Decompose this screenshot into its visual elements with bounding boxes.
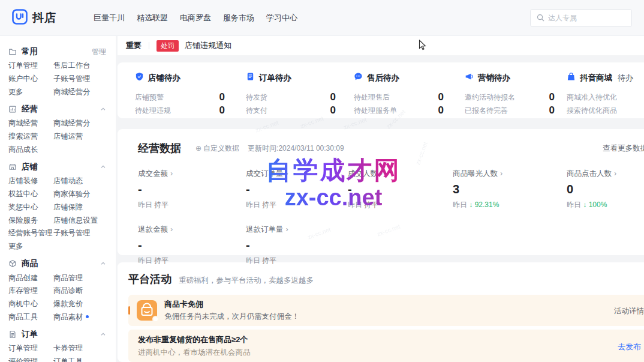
metric-label[interactable]: 商品曝光人数› <box>453 169 567 179</box>
chat-icon <box>354 72 363 83</box>
metric-label[interactable]: 退款金额› <box>138 225 246 235</box>
todo-label[interactable]: 搜索待优化商品 <box>567 106 617 116</box>
chevron-up-icon[interactable] <box>100 331 106 337</box>
metric-label[interactable]: 商品点击人数› <box>567 169 644 179</box>
sidebar-item[interactable]: 商家体验分 <box>53 189 116 199</box>
view-more-data-link[interactable]: 查看更多数据 <box>603 143 644 154</box>
sidebar-item[interactable]: 奖惩中心 <box>8 202 53 213</box>
chevron-up-icon[interactable] <box>100 261 106 267</box>
sidebar-section-title: 店铺 <box>22 161 38 172</box>
metric-label-text: 商品曝光人数 <box>453 169 498 178</box>
todo-label[interactable]: 待处理违规 <box>135 106 171 116</box>
metric-click: 商品点击人数›0昨日 ↓ 100% <box>567 169 644 210</box>
todo-label[interactable]: 商城准入待优化 <box>567 92 617 103</box>
sidebar-item[interactable]: 卡券管理 <box>53 343 116 354</box>
sidebar-item[interactable]: 子账号管理 <box>53 228 116 238</box>
sidebar-item[interactable]: 售后工作台 <box>53 61 116 71</box>
sidebar-item[interactable]: 商城经营分 <box>53 87 116 97</box>
sidebar-section-header-shop[interactable]: 店铺 <box>8 160 116 173</box>
nav-item-fuwu-shichang[interactable]: 服务市场 <box>222 10 255 26</box>
sidebar-item[interactable]: 商城经营分 <box>53 118 116 128</box>
sidebar-item[interactable]: 商品成长 <box>8 145 53 155</box>
sidebar-row: 商品工具商品素材 <box>8 310 116 324</box>
yesterday-label: 昨日 <box>138 256 154 265</box>
logo[interactable]: 抖店 <box>12 9 56 27</box>
sidebar-row: 订单管理卡券管理 <box>8 342 116 355</box>
chevron-up-icon[interactable] <box>100 164 106 170</box>
sidebar-item[interactable]: 商品工具 <box>8 312 53 322</box>
sidebar-item[interactable]: 商品管理 <box>53 273 116 283</box>
sidebar-item[interactable]: 店铺运营 <box>53 131 116 142</box>
go-publish-link[interactable]: 去发布 <box>618 342 641 352</box>
todo-card-mall-todo: 抖音商城待办商城准入待优化搜索待优化商品 <box>567 72 644 118</box>
todo-card-title: 订单待办 <box>259 73 291 83</box>
sidebar-row: 商机中心爆款竞价 <box>8 298 116 311</box>
sidebar-item[interactable]: 店铺信息设置 <box>53 216 116 226</box>
sidebar-item[interactable]: 订单管理 <box>8 343 53 354</box>
todo-label[interactable]: 已报名待完善 <box>465 106 508 116</box>
sidebar-item[interactable]: 评价管理 <box>8 357 53 362</box>
sidebar-item[interactable]: 订单工具 <box>53 357 116 362</box>
todo-value[interactable]: 0 <box>219 104 225 116</box>
metric-refund-count: 退款订单量›-昨日 持平 <box>246 225 348 266</box>
sidebar-section-header-order[interactable]: 订单 <box>8 328 116 341</box>
todo-label[interactable]: 待处理服务单 <box>354 106 397 116</box>
sidebar-item[interactable]: 商城经营 <box>8 118 53 128</box>
sidebar-item[interactable]: 店铺装修 <box>8 176 53 186</box>
sidebar-item[interactable]: 更多 <box>8 87 53 97</box>
sidebar-item[interactable]: 商品素材 <box>53 312 116 322</box>
sidebar-item[interactable]: 爆款竞价 <box>53 299 116 309</box>
business-data-header: 经营数据 ⊕自定义数据 更新时间:2024/03/11 00:30:09 <box>138 141 644 155</box>
todo-value[interactable]: 0 <box>438 104 444 116</box>
sidebar-item[interactable]: 保险服务 <box>8 216 53 226</box>
todo-card-header: 店铺待办 <box>135 72 246 83</box>
todo-label[interactable]: 待发货 <box>246 92 267 103</box>
sidebar-item[interactable]: 商品创建 <box>8 273 53 283</box>
metric-label[interactable]: 成交订单量› <box>246 169 348 179</box>
sidebar-section-header-product[interactable]: 商品 <box>8 257 116 270</box>
nav-item-jingxuan-lianmeng[interactable]: 精选联盟 <box>136 10 169 26</box>
nav-item-xuexi-zhongxin[interactable]: 学习中心 <box>265 10 299 26</box>
metric-label[interactable]: 成交人数› <box>348 169 453 179</box>
activity-card-free-commission[interactable]: 商品卡免佣 免佣任务尚未完成，次月仍需支付佣金！ 活动详情 › <box>128 295 644 326</box>
sidebar-item[interactable]: 子账号管理 <box>53 74 116 84</box>
todo-label[interactable]: 待支付 <box>246 106 267 116</box>
notice-link[interactable]: 店铺违规通知 <box>185 40 231 51</box>
customize-data-button[interactable]: ⊕自定义数据 <box>195 143 239 154</box>
chevron-up-icon[interactable] <box>100 106 106 112</box>
todo-value[interactable]: 0 <box>330 104 336 116</box>
sidebar-item[interactable]: 更多 <box>8 241 53 252</box>
todo-value[interactable]: 0 <box>219 91 225 103</box>
sidebar-item[interactable]: 账户中心 <box>8 74 53 84</box>
todo-value[interactable]: 0 <box>549 91 555 103</box>
sidebar-section-header-operation[interactable]: 经营 <box>8 103 116 116</box>
todo-value[interactable]: 0 <box>549 104 555 116</box>
todo-value[interactable]: 0 <box>438 91 444 103</box>
sidebar-item[interactable]: 店铺保障 <box>53 202 116 213</box>
sidebar-manage-link[interactable]: 管理 <box>92 47 106 57</box>
search-input[interactable] <box>548 14 641 22</box>
sidebar-item[interactable]: 商机中心 <box>8 299 53 309</box>
card-desc: 免佣任务尚未完成，次月仍需支付佣金！ <box>164 312 299 322</box>
todo-label[interactable]: 店铺预警 <box>135 92 164 103</box>
sidebar-item[interactable]: 权益中心 <box>8 189 53 199</box>
metric-label[interactable]: 退款订单量› <box>246 225 348 235</box>
nav-item-dianshang-luopan[interactable]: 电商罗盘 <box>179 10 212 26</box>
metric-yesterday: 昨日 ↓ 92.31% <box>453 200 567 210</box>
sidebar-item[interactable]: 经营账号管理 <box>8 228 53 238</box>
todo-label[interactable]: 待处理售后 <box>354 92 390 103</box>
metric-label[interactable]: 成交金额› <box>138 169 246 179</box>
todo-value[interactable]: 0 <box>330 91 336 103</box>
nav-item-juliang-qianchuan[interactable]: 巨量千川 <box>92 10 126 26</box>
activity-detail-link[interactable]: 活动详情 › <box>614 306 644 316</box>
sidebar-section-header-common[interactable]: 常用管理 <box>8 45 116 58</box>
sidebar-item[interactable]: 库存管理 <box>8 286 53 296</box>
todo-label[interactable]: 邀约活动待报名 <box>465 92 515 103</box>
sidebar-item[interactable]: 商品诊断 <box>53 286 116 296</box>
metric-yesterday: 昨日 持平 <box>246 200 348 210</box>
sidebar-item[interactable]: 订单管理 <box>8 61 53 71</box>
search-box[interactable] <box>530 9 632 27</box>
sidebar-item[interactable]: 店铺动态 <box>53 176 116 186</box>
activity-card-publish-task[interactable]: 发布非重复铺货的在售商品≥2个 进商机中心，看市场潜在机会商品 去发布 <box>128 330 644 362</box>
sidebar-item[interactable]: 搜索运营 <box>8 131 53 142</box>
